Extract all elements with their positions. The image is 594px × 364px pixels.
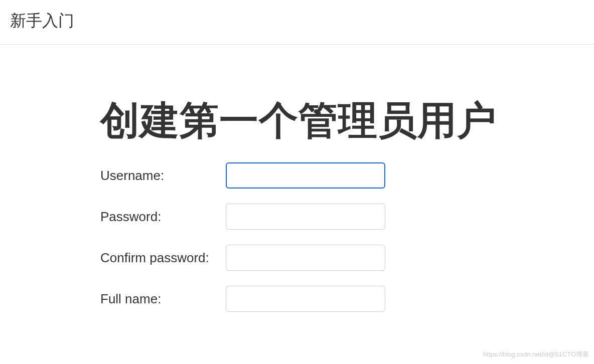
confirm-password-input[interactable] — [226, 245, 385, 271]
header-title: 新手入门 — [10, 10, 584, 32]
username-input[interactable] — [226, 162, 385, 189]
password-row: Password: — [100, 204, 594, 230]
password-label: Password: — [100, 209, 226, 225]
confirm-password-row: Confirm password: — [100, 245, 594, 271]
password-input[interactable] — [226, 204, 385, 230]
page-header: 新手入门 — [0, 0, 594, 45]
full-name-input[interactable] — [226, 286, 385, 312]
confirm-password-label: Confirm password: — [100, 250, 226, 266]
username-label: Username: — [100, 168, 226, 184]
full-name-row: Full name: — [100, 286, 594, 312]
full-name-label: Full name: — [100, 291, 226, 307]
watermark: https://blog.csdn.net/id@51CTO博客 — [483, 350, 589, 359]
page-heading: 创建第一个管理员用户 — [100, 95, 594, 147]
main-content: 创建第一个管理员用户 Username: Password: Confirm p… — [0, 45, 594, 312]
username-row: Username: — [100, 162, 594, 189]
